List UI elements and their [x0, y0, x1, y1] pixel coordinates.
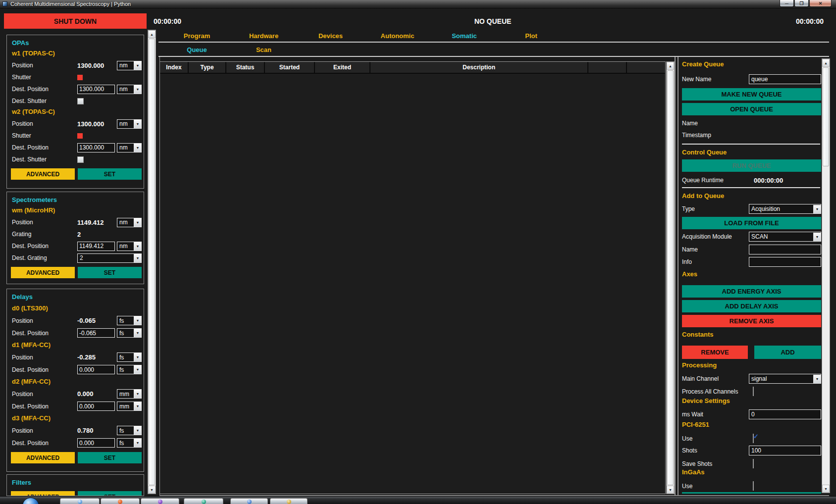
chevron-down-icon[interactable] [813, 205, 821, 213]
info-input[interactable] [749, 257, 821, 267]
ingaas-use-checkbox[interactable] [753, 481, 754, 491]
table-scrollbar[interactable] [666, 61, 675, 494]
make-new-queue-button[interactable]: MAKE NEW QUEUE [682, 88, 821, 101]
chevron-down-icon[interactable] [134, 329, 141, 337]
chevron-down-icon[interactable] [813, 233, 821, 241]
hardware-panel-scrollbar[interactable] [148, 30, 156, 494]
scroll-down-icon[interactable] [148, 486, 156, 494]
taskbar-app-3[interactable] [141, 498, 179, 504]
tab-devices[interactable]: Devices [297, 31, 364, 42]
minimize-button[interactable] [780, 0, 794, 7]
chevron-down-icon[interactable] [134, 85, 141, 94]
scroll-down-icon[interactable] [667, 486, 674, 494]
remove-constant-button[interactable]: REMOVE [682, 346, 748, 359]
add-delay-axis-button[interactable]: ADD DELAY AXIS [682, 300, 821, 312]
taskbar-app-2[interactable] [101, 498, 140, 504]
column-header-index[interactable]: Index [160, 62, 189, 73]
main-channel-select[interactable]: signal [749, 374, 821, 384]
chevron-down-icon[interactable] [134, 218, 141, 227]
advanced-button-opas[interactable]: ADVANCED [11, 168, 75, 180]
set-button-spectrometers[interactable]: SET [78, 267, 142, 278]
scroll-up-icon[interactable] [148, 30, 156, 38]
start-button-icon[interactable] [22, 498, 39, 504]
unit-select-w2[interactable]: nm [117, 119, 142, 129]
chevron-down-icon[interactable] [813, 375, 821, 383]
unit-select-d3[interactable]: fs [117, 438, 142, 448]
set-button-opas[interactable]: SET [78, 168, 142, 180]
chevron-down-icon[interactable] [134, 353, 141, 361]
subtab-scan[interactable]: Scan [230, 45, 297, 55]
chevron-down-icon[interactable] [134, 316, 141, 325]
type-select[interactable]: Acquisition [749, 204, 821, 214]
column-header-blank[interactable] [627, 62, 665, 73]
chevron-down-icon[interactable] [134, 426, 141, 435]
scrollbar-thumb[interactable] [667, 70, 674, 485]
scroll-up-icon[interactable] [822, 59, 830, 67]
add-constant-button[interactable]: ADD [754, 346, 821, 359]
unit-select-d2[interactable]: mm [117, 402, 142, 411]
scrollbar-thumb[interactable] [149, 39, 155, 485]
close-button[interactable] [809, 0, 832, 7]
unit-select-d1[interactable]: fs [117, 365, 142, 374]
name-input[interactable] [749, 245, 821, 254]
chevron-down-icon[interactable] [134, 254, 141, 262]
unit-select-w1[interactable]: nm [117, 61, 142, 70]
unit-select-d1[interactable]: fs [117, 353, 142, 362]
taskbar-app-6[interactable] [270, 498, 308, 504]
scrollbar-thumb[interactable] [823, 67, 829, 166]
maximize-button[interactable] [794, 0, 809, 7]
chevron-down-icon[interactable] [134, 365, 141, 374]
dest-shutter-checkbox-w1[interactable] [77, 98, 84, 104]
chevron-down-icon[interactable] [134, 61, 141, 70]
unit-select-w1[interactable]: nm [117, 85, 142, 94]
unit-select-d3[interactable]: fs [117, 426, 142, 435]
dest-position-input-d1[interactable]: 0.000 [77, 365, 115, 374]
set-button-delays[interactable]: SET [78, 452, 142, 463]
chevron-down-icon[interactable] [134, 390, 141, 398]
scroll-down-icon[interactable] [822, 485, 830, 493]
taskbar-app-4[interactable] [184, 498, 223, 504]
dest-position-input-w2[interactable]: 1300.000 [77, 143, 115, 152]
load-from-file-button[interactable]: LOAD FROM FILE [682, 217, 821, 229]
taskbar-app-5[interactable] [230, 498, 268, 504]
remove-axis-button[interactable]: REMOVE AXIS [682, 315, 821, 327]
tab-somatic[interactable]: Somatic [431, 31, 498, 42]
queue-table-body[interactable] [160, 74, 665, 494]
scroll-up-icon[interactable] [667, 62, 674, 70]
pci-use-checkbox[interactable] [753, 434, 754, 443]
ms-wait-input[interactable]: 0 [749, 409, 821, 419]
chevron-down-icon[interactable] [134, 242, 141, 251]
dest-position-input-wm[interactable]: 1149.412 [77, 242, 115, 251]
shots-input[interactable]: 100 [749, 446, 821, 455]
column-header-type[interactable]: Type [189, 62, 226, 73]
queue-panel-scrollbar[interactable] [822, 58, 830, 493]
dest-position-input-w1[interactable]: 1300.000 [77, 85, 115, 94]
column-header-exited[interactable]: Exited [315, 62, 370, 73]
subtab-queue[interactable]: Queue [163, 45, 230, 55]
chevron-down-icon[interactable] [134, 402, 141, 410]
chevron-down-icon[interactable] [134, 144, 141, 152]
tab-hardware[interactable]: Hardware [230, 31, 297, 42]
unit-select-d0[interactable]: fs [117, 328, 142, 338]
save-shots-checkbox[interactable] [753, 459, 754, 468]
dest-position-input-d0[interactable]: -0.065 [77, 328, 115, 338]
run-queue-button[interactable]: RUN QUEUE [682, 159, 821, 172]
open-queue-button[interactable]: OPEN QUEUE [682, 103, 821, 115]
column-header-description[interactable]: Description [370, 62, 588, 73]
taskbar-app-1[interactable] [60, 498, 100, 504]
unit-select-d0[interactable]: fs [117, 316, 142, 325]
new-name-input[interactable]: queue [749, 74, 821, 84]
advanced-button-spectrometers[interactable]: ADVANCED [11, 267, 75, 278]
unit-select-wm[interactable]: nm [117, 218, 142, 227]
unit-select-w2[interactable]: nm [117, 143, 142, 152]
set-button-filters[interactable]: SET [78, 491, 142, 496]
tab-autonomic[interactable]: Autonomic [364, 31, 431, 42]
add-energy-axis-button[interactable]: ADD ENERGY AXIS [682, 285, 821, 298]
advanced-button-delays[interactable]: ADVANCED [11, 452, 75, 463]
dest-position-input-d3[interactable]: 0.000 [77, 438, 115, 448]
column-header-blank[interactable] [588, 62, 627, 73]
dest-grating-select-wm[interactable]: 2 [77, 253, 142, 263]
chevron-down-icon[interactable] [134, 439, 141, 447]
process-all-channels-checkbox[interactable] [753, 387, 754, 396]
unit-select-wm[interactable]: nm [117, 242, 142, 251]
